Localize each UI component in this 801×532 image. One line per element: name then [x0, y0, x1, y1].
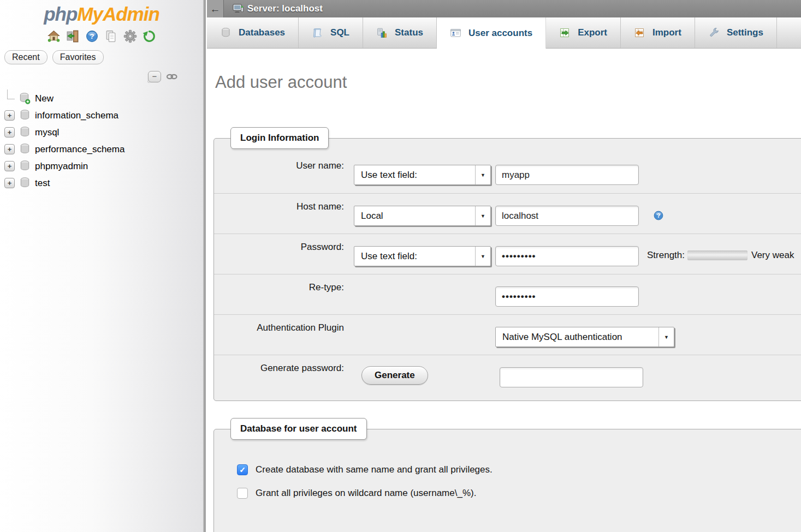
sidebar: phpMyAdmin ? Recent Favorites	[0, 0, 203, 532]
expand-icon[interactable]: +	[4, 161, 15, 171]
tree-item-performance-schema[interactable]: + performance_schema	[4, 141, 203, 158]
tab-settings[interactable]: Settings	[695, 17, 777, 48]
password-input[interactable]	[495, 246, 639, 266]
tree-item-test[interactable]: + test	[4, 175, 203, 192]
retype-label: Re-type:	[214, 274, 344, 293]
link-icon[interactable]	[166, 73, 178, 81]
checkbox-unchecked[interactable]	[237, 488, 248, 499]
password-strength: Strength: Very weak	[647, 250, 794, 261]
hostname-type-select[interactable]: Local ▼	[354, 206, 491, 226]
import-icon	[634, 27, 645, 39]
database-icon	[19, 126, 31, 139]
tree-item-label: test	[35, 178, 50, 189]
strength-label: Strength:	[647, 250, 685, 261]
strength-text: Very weak	[751, 250, 794, 261]
tree-item-label: performance_schema	[35, 144, 124, 155]
password-type-value: Use text field:	[361, 251, 417, 262]
tree-item-label: New	[35, 93, 54, 104]
generate-password-row: Generate password: Generate	[214, 355, 801, 395]
auth-plugin-select[interactable]: Native MySQL authentication ▼	[495, 327, 674, 347]
logout-icon[interactable]	[66, 29, 80, 43]
sidebar-resizer[interactable]	[203, 0, 207, 532]
tab-sql[interactable]: SQL	[299, 17, 363, 48]
back-button[interactable]: ←	[207, 0, 224, 17]
database-icon	[220, 27, 232, 39]
logo-myadmin-text: MyAdmin	[77, 3, 159, 25]
recent-button[interactable]: Recent	[4, 50, 48, 64]
tab-import[interactable]: Import	[621, 17, 695, 48]
status-icon	[376, 27, 388, 39]
wrench-icon	[708, 27, 720, 39]
svg-text:?: ?	[657, 212, 661, 219]
expand-icon[interactable]: +	[4, 110, 15, 121]
database-for-user-legend: Database for user account	[230, 418, 367, 440]
database-new-icon	[19, 92, 31, 105]
password-row: Password: Use text field: ▼ Strength: Ve…	[214, 234, 801, 274]
tree-item-mysql[interactable]: + mysql	[4, 124, 203, 141]
chevron-down-icon: ▼	[475, 247, 490, 266]
username-type-select[interactable]: Use text field: ▼	[354, 165, 491, 185]
retype-password-input[interactable]	[495, 286, 639, 307]
retype-row: Re-type:	[214, 274, 801, 314]
reload-icon[interactable]	[143, 29, 156, 43]
tab-status[interactable]: Status	[363, 17, 437, 48]
help-icon[interactable]: ?	[653, 210, 664, 221]
help-icon[interactable]: ?	[85, 29, 99, 43]
database-icon	[19, 143, 31, 156]
database-tree: New + information_schema + mysql +	[0, 90, 203, 192]
settings-icon[interactable]	[123, 29, 137, 43]
collapse-all-icon[interactable]: −	[148, 71, 161, 82]
tree-item-label: information_schema	[35, 110, 118, 121]
login-information-fieldset: Login Information User name: Use text fi…	[213, 138, 801, 401]
tab-user-accounts[interactable]: User accounts	[437, 17, 546, 49]
home-icon[interactable]	[47, 29, 61, 43]
username-row: User name: Use text field: ▼	[214, 153, 801, 193]
tree-connector	[7, 89, 15, 99]
hostname-input[interactable]	[495, 206, 639, 226]
server-breadcrumb[interactable]: Server: localhost	[247, 3, 323, 14]
auth-plugin-label: Authentication Plugin	[214, 315, 344, 333]
create-database-label: Create database with same name and grant…	[256, 464, 493, 475]
username-input[interactable]	[495, 165, 639, 185]
username-type-value: Use text field:	[361, 170, 417, 181]
server-tabs: Databases SQL Status User accounts Expor…	[207, 17, 801, 49]
server-topbar: ← Server: localhost	[207, 0, 801, 17]
grant-wildcard-label: Grant all privileges on wildcard name (u…	[256, 488, 476, 499]
main-panel: ← Server: localhost Databases SQL Status…	[207, 0, 801, 532]
password-type-select[interactable]: Use text field: ▼	[354, 246, 491, 266]
sidebar-toolbar: ?	[0, 29, 203, 43]
server-icon	[233, 4, 244, 14]
favorites-button[interactable]: Favorites	[52, 50, 104, 64]
database-icon	[19, 177, 31, 189]
auth-plugin-row: Authentication Plugin Native MySQL authe…	[214, 314, 801, 355]
phpmyadmin-logo[interactable]: phpMyAdmin	[0, 0, 203, 25]
create-database-option[interactable]: ✓ Create database with same name and gra…	[237, 464, 801, 475]
expand-icon[interactable]: +	[4, 178, 15, 188]
generate-button[interactable]: Generate	[361, 366, 428, 385]
page-content: Add user account Login Information User …	[207, 49, 801, 532]
tree-item-phpmyadmin[interactable]: + phpmyadmin	[4, 158, 203, 175]
tree-item-information-schema[interactable]: + information_schema	[4, 107, 203, 124]
expand-icon[interactable]: +	[4, 127, 15, 138]
svg-text:?: ?	[90, 32, 94, 40]
page-title: Add user account	[215, 73, 801, 92]
generate-password-label: Generate password:	[214, 355, 344, 374]
generated-password-input[interactable]	[500, 367, 643, 387]
chevron-down-icon: ▼	[475, 165, 490, 184]
password-label: Password:	[214, 234, 344, 253]
tab-export[interactable]: Export	[546, 17, 621, 48]
database-icon	[19, 109, 31, 122]
tab-databases[interactable]: Databases	[207, 17, 299, 48]
grant-wildcard-option[interactable]: Grant all privileges on wildcard name (u…	[237, 488, 801, 499]
tree-item-new[interactable]: New	[4, 90, 203, 107]
export-icon	[559, 27, 571, 39]
tree-item-label: mysql	[35, 127, 59, 138]
chevron-down-icon: ▼	[658, 327, 674, 346]
hostname-row: Host name: Local ▼ ?	[214, 193, 801, 234]
docs-icon[interactable]	[104, 29, 118, 43]
expand-icon[interactable]: +	[4, 144, 15, 154]
checkbox-checked[interactable]: ✓	[237, 464, 248, 475]
database-for-user-fieldset: Database for user account ✓ Create datab…	[213, 429, 801, 532]
logo-php-text: php	[44, 3, 77, 25]
chevron-down-icon: ▼	[475, 206, 490, 225]
